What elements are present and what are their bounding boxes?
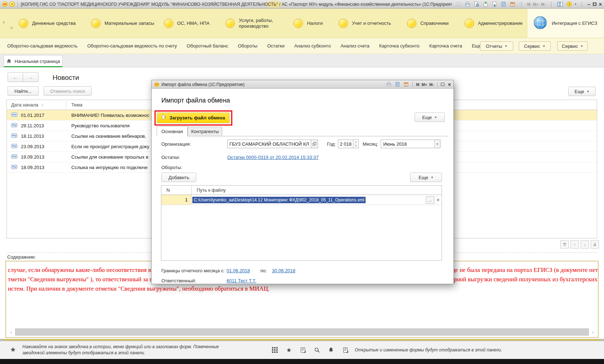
dialog-titlebar[interactable]: 1С Импорт файла обмена (1С:Предприятие) … [152, 80, 453, 89]
year-spinner[interactable]: ▲▼ [353, 140, 359, 148]
cancel-search-button[interactable]: Отменить поиск [44, 86, 91, 96]
section-accounting[interactable]: Учет и отчетность [339, 19, 391, 28]
year-field[interactable]: 2 018 [338, 140, 353, 148]
forward-button[interactable]: → [23, 72, 39, 82]
memory-button[interactable]: M [416, 82, 419, 87]
scrollbar-thumb[interactable] [15, 328, 589, 336]
menu-item-turnover-balance[interactable]: Оборотный баланс [187, 43, 228, 49]
favorite-star-icon[interactable]: ★ [10, 346, 16, 354]
back-button[interactable]: ← [8, 72, 23, 82]
file-path-value[interactable]: C:\Users\lysenko_aa\Desktop\14.12 Монито… [192, 197, 366, 203]
scroll-left-icon[interactable]: ‹ [7, 329, 15, 335]
calculator-icon[interactable] [394, 82, 401, 87]
info-icon[interactable]: i [566, 1, 572, 7]
memory-plus-button[interactable]: M+ [421, 82, 427, 87]
period-to-link[interactable]: 30.06.2018 [272, 268, 295, 273]
turnovers-label: Обороты: [161, 165, 182, 170]
favorites-icon[interactable]: ★ [285, 346, 293, 354]
menu-item-osv[interactable]: Оборотно-сальдовая ведомость [7, 43, 77, 49]
section-circle-icon [339, 19, 348, 28]
dialog-maximize-button[interactable] [441, 83, 444, 86]
ribbon-sections: Денежные средства Материальные запасы ОС… [19, 9, 521, 38]
spin-up-icon[interactable]: ▲ [353, 140, 358, 144]
window-titlebar: 1С ▼ [КОПИЯ] ГИС СО "ПАСПОРТ МЕДИЦИНСКОГ… [0, 0, 604, 9]
calendar-icon[interactable]: 31 [509, 1, 516, 7]
open-forms-icon[interactable] [341, 346, 349, 354]
save-icon[interactable] [455, 1, 462, 7]
close-button[interactable]: × [599, 2, 602, 7]
file-row[interactable]: 1 C:\Users\lysenko_aa\Desktop\14.12 Мони… [161, 195, 442, 205]
sort-down-icon[interactable]: ↓ [581, 240, 589, 249]
section-label: Налоги [307, 21, 323, 26]
memory-minus-button[interactable]: M- [541, 2, 546, 6]
print-icon[interactable] [385, 82, 392, 87]
print-icon[interactable] [464, 1, 471, 7]
section-money[interactable]: Денежные средства [19, 19, 75, 28]
dialog-more-button[interactable]: Еще▼ [415, 113, 445, 122]
find-button[interactable]: Найти... [8, 86, 39, 96]
minimize-button[interactable]: – [587, 2, 590, 7]
search-icon[interactable] [313, 346, 321, 354]
menu-item-subconto-analysis[interactable]: Анализ субконто [294, 43, 331, 49]
browse-file-button[interactable]: ... [426, 196, 434, 204]
dialog-1c-icon: 1С [154, 82, 159, 87]
restore-button[interactable] [593, 3, 596, 6]
menu-item-balances[interactable]: Остатки [267, 43, 285, 49]
sort-bottom-icon[interactable]: ⇊ [591, 240, 599, 249]
reports-button[interactable]: Отчеты▼ [480, 41, 513, 51]
import-file-icon[interactable] [491, 1, 498, 7]
organization-open-button[interactable] [311, 140, 318, 148]
split-view-icon[interactable] [557, 1, 563, 7]
horizontal-scrollbar[interactable]: ‹ › [7, 328, 597, 336]
responsible-link[interactable]: 6011 Тест Т.Т. [227, 278, 256, 283]
tab-main[interactable]: Основная [157, 126, 188, 136]
main-menu-button[interactable]: ▼ [9, 1, 15, 7]
section-taxes[interactable]: Налоги [294, 19, 323, 28]
tab-contractors[interactable]: Контрагенты [188, 127, 222, 136]
menu-item-subconto-card[interactable]: Карточка субконто [379, 43, 420, 49]
section-egisz-integration[interactable]: Интеграция с ЕГИСЗ [527, 9, 604, 38]
column-header-n[interactable]: N [161, 186, 192, 195]
clear-file-icon[interactable]: × [437, 197, 439, 203]
section-os-nma-npa[interactable]: ОС, НМА, НПА [164, 19, 210, 28]
service-button-1[interactable]: Сервис▼ [519, 41, 551, 51]
menu-item-account-analysis[interactable]: Анализ счета [340, 43, 369, 49]
scroll-right-icon[interactable]: › [589, 329, 597, 335]
spin-down-icon[interactable]: ▼ [353, 144, 358, 148]
organization-field[interactable]: ГБУЗ САМАРСКИЙ ОБЛАСТНОЙ КЛ [227, 140, 311, 148]
section-materials[interactable]: Материальные запасы [91, 19, 148, 28]
memory-minus-button[interactable]: M- [429, 82, 434, 87]
export-file-icon[interactable] [482, 1, 489, 7]
memory-button[interactable]: M [527, 2, 530, 6]
table-more-button[interactable]: Еще▼ [410, 173, 442, 182]
news-more-button[interactable]: Еще▼ [568, 87, 596, 96]
period-from-link[interactable]: 01.06.2018 [227, 268, 250, 273]
section-references[interactable]: Справочники [407, 19, 449, 28]
print-preview-icon[interactable] [473, 1, 480, 7]
memory-plus-button[interactable]: M+ [533, 2, 539, 6]
calculator-icon[interactable] [500, 1, 507, 7]
combo-dropdown-icon[interactable]: ▼ [434, 140, 440, 148]
notifications-bell-icon[interactable] [327, 346, 335, 354]
info-caret-icon[interactable]: ▾ [575, 3, 576, 6]
calendar-icon[interactable]: 31 [403, 82, 409, 87]
section-administration[interactable]: Администрирование [465, 19, 521, 28]
column-header-date[interactable]: Дата начала↑ [7, 100, 66, 110]
menu-item-turnovers[interactable]: Обороты [238, 43, 257, 49]
collapse-panel-arrow[interactable]: ‹ [3, 19, 5, 25]
alert-text-line: случае, если обнаружены какие-либо несоо… [8, 267, 158, 274]
month-combobox[interactable]: Июнь 2018 ▼ [381, 140, 440, 148]
history-form-icon[interactable] [299, 346, 307, 354]
service-button-2[interactable]: Сервис▼ [557, 41, 588, 51]
section-services[interactable]: Услуги, работы, производство [225, 18, 278, 29]
add-row-button[interactable]: Добавить [161, 173, 196, 182]
grid-menu-icon[interactable] [271, 346, 279, 354]
sort-up-icon[interactable]: ↑ [571, 240, 579, 249]
dialog-close-button[interactable]: × [448, 82, 451, 87]
tab-home-page[interactable]: Начальная страница [4, 55, 63, 67]
balances-link[interactable]: Остатки 0000-0319 от 20.02.2014 15:33:37 [227, 155, 318, 160]
menu-item-osv-account[interactable]: Оборотно-сальдовая ведомость по счету [87, 43, 177, 49]
sort-top-icon[interactable]: ⇈ [560, 240, 569, 249]
column-header-path[interactable]: Путь к файлу [192, 187, 226, 193]
menu-item-account-card[interactable]: Карточка счета [429, 43, 462, 49]
